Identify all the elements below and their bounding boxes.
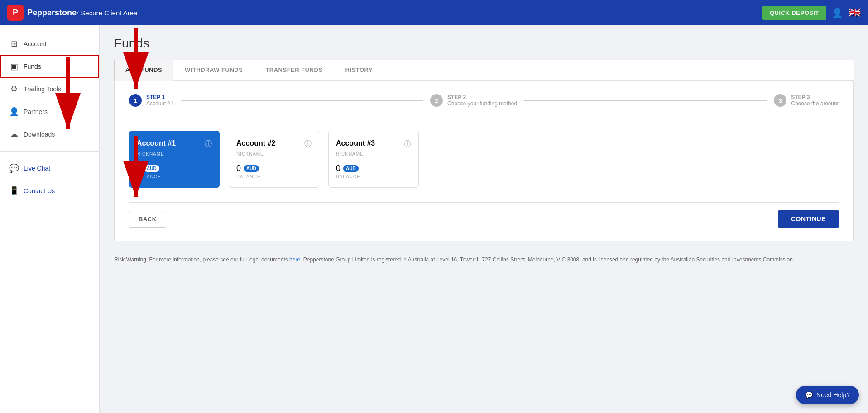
back-button[interactable]: BACK [129, 211, 166, 228]
footer-risk-text: Risk Warning: For more information, plea… [114, 256, 289, 263]
top-navigation: P Pepperstone ‹ Secure Client Area QUICK… [0, 0, 868, 25]
tab-withdraw-funds[interactable]: WITHDRAW FUNDS [173, 60, 254, 80]
footer-risk-warning: Risk Warning: For more information, plea… [114, 256, 854, 264]
step-1: 1 STEP 1 Account #1 [129, 94, 173, 107]
sidebar-label-partners: Partners [24, 108, 48, 115]
account-2-nickname: NICKNAME [236, 152, 312, 157]
sidebar-label-contact-us: Contact Us [24, 187, 55, 195]
account-3-balance: 0 [336, 164, 340, 173]
footer-risk-text2: . Pepperstone Group Limited is registere… [300, 256, 794, 263]
sidebar-item-partners[interactable]: 👤 Partners [0, 100, 99, 123]
step-2: 2 STEP 2 Choose your funding method [430, 94, 517, 107]
accounts-grid: Account #1 ⓘ NICKNAME 0 AUD BALANCE Acco… [129, 131, 839, 188]
partners-icon: 👤 [9, 107, 19, 117]
trading-tools-icon: ⚙ [9, 84, 19, 94]
step-3-circle: 3 [774, 94, 786, 107]
contact-us-icon: 📱 [9, 186, 19, 196]
account-1-balance: 0 [137, 164, 141, 173]
account-card-2-header: Account #2 ⓘ [236, 139, 312, 149]
page-layout: ⊞ Account ▣ Funds ⚙ Trading Tools 👤 Part… [0, 25, 868, 413]
actions-row: BACK CONTINUE [129, 202, 839, 228]
account-1-balance-row: 0 AUD [137, 164, 212, 173]
need-help-label: Need Help? [816, 391, 850, 399]
account-1-title: Account #1 [137, 139, 176, 147]
account-1-nickname: NICKNAME [137, 152, 212, 157]
step-3-label: STEP 3 [791, 94, 839, 100]
sidebar: ⊞ Account ▣ Funds ⚙ Trading Tools 👤 Part… [0, 25, 100, 413]
account-3-currency: AUD [343, 165, 359, 172]
step-1-text: STEP 1 Account #1 [146, 94, 173, 107]
sidebar-item-contact-us[interactable]: 📱 Contact Us [0, 180, 99, 202]
account-1-info-icon[interactable]: ⓘ [205, 139, 212, 149]
sidebar-label-funds: Funds [24, 63, 41, 70]
logo-icon: P [7, 5, 24, 21]
need-help-button[interactable]: 💬 Need Help? [796, 386, 859, 404]
page-title: Funds [114, 36, 854, 51]
step-line-2 [524, 100, 767, 101]
secure-area-label: Secure Client Area [81, 9, 137, 17]
step-3: 3 STEP 3 Choose the amount [774, 94, 839, 107]
account-2-info-icon[interactable]: ⓘ [304, 139, 312, 149]
account-1-currency: AUD [144, 165, 159, 172]
step-3-text: STEP 3 Choose the amount [791, 94, 839, 107]
live-chat-icon: 💬 [9, 163, 19, 173]
nav-back-chevron: ‹ [77, 9, 79, 17]
chat-bubble-icon: 💬 [805, 391, 813, 399]
account-3-balance-label: BALANCE [336, 174, 411, 179]
account-3-nickname: NICKNAME [336, 152, 411, 157]
funds-tabs: ADD FUNDS WITHDRAW FUNDS TRANSFER FUNDS … [114, 60, 854, 81]
account-3-balance-row: 0 AUD [336, 164, 411, 173]
step-3-sublabel: Choose the amount [791, 100, 839, 107]
account-3-info-icon[interactable]: ⓘ [404, 139, 411, 149]
top-nav-right: QUICK DEPOSIT 👤 🇬🇧 [762, 6, 861, 20]
flag-icon[interactable]: 🇬🇧 [849, 7, 861, 19]
step-1-label: STEP 1 [146, 94, 173, 100]
brand-name: Pepperstone [27, 8, 77, 18]
account-2-balance: 0 [236, 164, 241, 173]
account-3-title: Account #3 [336, 139, 375, 147]
step-2-label: STEP 2 [447, 94, 517, 100]
account-2-currency: AUD [244, 165, 259, 172]
account-card-3-header: Account #3 ⓘ [336, 139, 411, 149]
tab-add-funds[interactable]: ADD FUNDS [114, 60, 173, 81]
sidebar-label-downloads: Downloads [24, 131, 55, 138]
account-card-2[interactable]: Account #2 ⓘ NICKNAME 0 AUD BALANCE [229, 131, 319, 188]
footer-link[interactable]: here [289, 256, 300, 263]
step-2-circle: 2 [430, 94, 443, 107]
account-icon: ⊞ [9, 39, 19, 49]
funds-icon: ▣ [9, 62, 19, 71]
sidebar-label-live-chat: Live Chat [24, 165, 50, 172]
account-2-title: Account #2 [236, 139, 275, 147]
account-card-1-header: Account #1 ⓘ [137, 139, 212, 149]
sidebar-item-downloads[interactable]: ☁ Downloads [0, 123, 99, 146]
quick-deposit-button[interactable]: QUICK DEPOSIT [762, 6, 826, 20]
step-2-sublabel: Choose your funding method [447, 100, 517, 107]
sidebar-divider [0, 151, 99, 152]
tab-transfer-funds[interactable]: TRANSFER FUNDS [254, 60, 334, 80]
user-icon[interactable]: 👤 [832, 7, 843, 18]
sidebar-item-live-chat[interactable]: 💬 Live Chat [0, 157, 99, 180]
sidebar-item-funds[interactable]: ▣ Funds [0, 55, 99, 78]
main-content: Funds ADD FUNDS WITHDRAW FUNDS TRANSFER … [100, 25, 868, 413]
sidebar-label-trading-tools: Trading Tools [24, 85, 61, 93]
step-1-circle: 1 [129, 94, 142, 107]
account-2-balance-label: BALANCE [236, 174, 312, 179]
steps-bar: 1 STEP 1 Account #1 2 STEP 2 Choose your… [129, 94, 839, 116]
sidebar-item-account[interactable]: ⊞ Account [0, 33, 99, 55]
continue-button[interactable]: CONTINUE [778, 210, 839, 228]
step-2-text: STEP 2 Choose your funding method [447, 94, 517, 107]
tab-history[interactable]: HISTORY [334, 60, 384, 80]
brand-logo[interactable]: P Pepperstone [7, 5, 77, 21]
downloads-icon: ☁ [9, 129, 19, 139]
account-2-balance-row: 0 AUD [236, 164, 312, 173]
step-1-sublabel: Account #1 [146, 100, 173, 107]
account-1-balance-label: BALANCE [137, 174, 212, 179]
sidebar-label-account: Account [24, 40, 47, 47]
sidebar-item-trading-tools[interactable]: ⚙ Trading Tools [0, 78, 99, 100]
step-line-1 [181, 100, 423, 101]
account-card-1[interactable]: Account #1 ⓘ NICKNAME 0 AUD BALANCE [129, 131, 220, 188]
account-card-3[interactable]: Account #3 ⓘ NICKNAME 0 AUD BALANCE [328, 131, 419, 188]
steps-container: 1 STEP 1 Account #1 2 STEP 2 Choose your… [114, 81, 854, 241]
